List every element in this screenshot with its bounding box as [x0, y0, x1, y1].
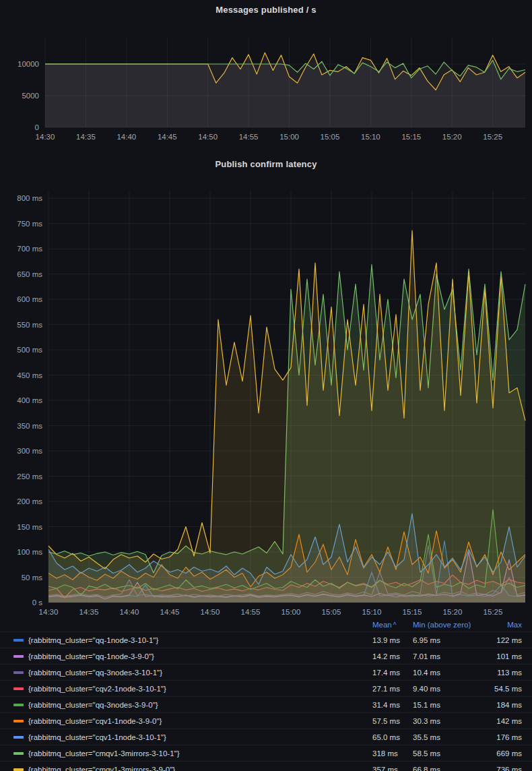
x-axis-tick-label: 14:45 — [158, 133, 177, 141]
x-axis-tick-label: 15:10 — [361, 133, 380, 141]
series-max-value: 184 ms — [480, 701, 522, 709]
y-axis-tick-label: 0 — [35, 123, 39, 131]
legend-header-max[interactable]: Max — [480, 621, 522, 629]
x-axis-tick-label: 15:10 — [362, 608, 382, 616]
legend-row[interactable]: {rabbitmq_cluster="cqv1-1node-3-9-0"} 57… — [0, 712, 532, 729]
chart-area-cmqv1-3mirrors-3-10-1 — [45, 60, 525, 127]
y-axis-tick-label: 550 ms — [17, 321, 42, 329]
legend-row[interactable]: {rabbitmq_cluster="cqv1-1node-3-10-1"} 6… — [0, 729, 532, 745]
series-label[interactable]: {rabbitmq_cluster="qq-1node-3-10-1"} — [28, 636, 372, 644]
series-max-value: 176 ms — [480, 733, 522, 741]
series-min-value: 58.5 ms — [413, 749, 480, 758]
series-label[interactable]: {rabbitmq_cluster="cqv1-1node-3-9-0"} — [28, 717, 372, 725]
y-axis-tick-label: 0 s — [32, 598, 43, 607]
legend-table: Mean^ Min (above zero) Max {rabbitmq_clu… — [0, 617, 532, 771]
x-axis-tick-label: 14:50 — [201, 608, 220, 616]
y-axis-tick-label: 150 ms — [17, 523, 42, 531]
y-axis-tick-label: 650 ms — [17, 270, 42, 278]
x-axis-tick-label: 14:40 — [117, 133, 136, 141]
legend-header-row: Mean^ Min (above zero) Max — [0, 617, 532, 631]
y-axis-tick-label: 600 ms — [17, 295, 42, 303]
x-axis-tick-label: 15:00 — [279, 133, 299, 141]
y-axis-tick-label: 5000 — [22, 92, 39, 100]
legend-row[interactable]: {rabbitmq_cluster="qq-3nodes-3-10-1"} 17… — [0, 664, 532, 680]
series-mean-value: 13.9 ms — [372, 636, 413, 644]
x-axis-tick-label: 15:20 — [443, 608, 463, 616]
x-axis-tick-label: 15:00 — [281, 608, 301, 616]
series-mean-value: 318 ms — [372, 749, 413, 758]
series-label[interactable]: {rabbitmq_cluster="cqv1-1node-3-10-1"} — [28, 733, 372, 741]
x-axis-tick-label: 14:35 — [76, 133, 96, 141]
series-color-swatch[interactable] — [13, 671, 24, 674]
series-max-value: 669 ms — [480, 749, 522, 758]
series-max-value: 113 ms — [480, 669, 522, 677]
legend-header-mean[interactable]: Mean^ — [372, 621, 413, 629]
x-axis-tick-label: 14:55 — [241, 608, 261, 616]
panel-title-latency: Publish confirm latency — [0, 159, 532, 169]
x-axis-tick-label: 15:25 — [483, 133, 502, 141]
series-min-value: 66.8 ms — [413, 766, 480, 771]
sort-asc-icon: ^ — [393, 621, 397, 629]
series-color-swatch[interactable] — [13, 687, 24, 690]
series-min-value: 15.1 ms — [413, 701, 480, 709]
legend-row[interactable]: {rabbitmq_cluster="cmqv1-3mirrors-3-9-0"… — [0, 761, 532, 771]
x-axis-tick-label: 14:55 — [239, 133, 259, 141]
series-color-swatch[interactable] — [13, 768, 24, 771]
y-axis-tick-label: 350 ms — [17, 422, 42, 430]
y-axis-tick-label: 800 ms — [17, 194, 42, 202]
series-color-swatch[interactable] — [13, 704, 24, 706]
x-axis-tick-label: 14:45 — [160, 608, 180, 616]
series-mean-value: 17.4 ms — [372, 669, 413, 677]
series-mean-value: 31.4 ms — [372, 701, 413, 709]
series-color-swatch[interactable] — [13, 639, 24, 642]
legend-row[interactable]: {rabbitmq_cluster="qq-1node-3-9-0"} 14.2… — [0, 648, 532, 664]
legend-header-min[interactable]: Min (above zero) — [413, 621, 480, 629]
x-axis-tick-label: 15:05 — [322, 608, 341, 616]
series-min-value: 7.01 ms — [413, 652, 480, 660]
series-max-value: 101 ms — [480, 652, 522, 660]
series-min-value: 9.40 ms — [413, 685, 480, 693]
x-axis-tick-label: 14:30 — [36, 133, 55, 141]
series-label[interactable]: {rabbitmq_cluster="cmqv1-3mirrors-3-10-1… — [28, 749, 372, 758]
series-color-swatch[interactable] — [13, 655, 24, 658]
series-label[interactable]: {rabbitmq_cluster="qq-3nodes-3-9-0"} — [28, 701, 372, 709]
y-axis-tick-label: 450 ms — [17, 371, 42, 379]
legend-row[interactable]: {rabbitmq_cluster="cmqv1-3mirrors-3-10-1… — [0, 745, 532, 761]
series-color-swatch[interactable] — [13, 736, 24, 739]
series-mean-value: 57.5 ms — [372, 717, 413, 725]
series-color-swatch[interactable] — [13, 720, 24, 722]
legend-row[interactable]: {rabbitmq_cluster="cqv2-1node-3-10-1"} 2… — [0, 680, 532, 696]
legend-row[interactable]: {rabbitmq_cluster="qq-1node-3-10-1"} 13.… — [0, 631, 532, 648]
x-axis-tick-label: 14:35 — [79, 608, 99, 616]
series-min-value: 35.5 ms — [413, 733, 480, 741]
grafana-dashboard: { "theme": { "background": "#111217", "t… — [0, 0, 532, 771]
y-axis-tick-label: 100 ms — [17, 548, 42, 556]
series-label[interactable]: {rabbitmq_cluster="cmqv1-3mirrors-3-9-0"… — [28, 766, 372, 771]
series-mean-value: 14.2 ms — [372, 652, 413, 660]
series-color-swatch[interactable] — [13, 752, 24, 755]
series-label[interactable]: {rabbitmq_cluster="qq-3nodes-3-10-1"} — [28, 669, 372, 677]
publish-confirm-latency-chart[interactable]: 0 s50 ms100 ms150 ms200 ms250 ms300 ms35… — [0, 175, 532, 621]
y-axis-tick-label: 200 ms — [17, 497, 42, 505]
messages-published-chart[interactable]: 050001000014:3014:3514:4014:4514:5014:55… — [0, 0, 532, 145]
y-axis-tick-label: 750 ms — [17, 220, 42, 228]
legend-header-mean-label: Mean — [372, 621, 392, 629]
x-axis-tick-label: 15:25 — [484, 608, 503, 616]
y-axis-tick-label: 500 ms — [17, 346, 42, 354]
x-axis-tick-label: 15:05 — [321, 133, 340, 141]
y-axis-tick-label: 50 ms — [22, 574, 43, 582]
series-max-value: 122 ms — [480, 636, 522, 644]
x-axis-tick-label: 14:40 — [120, 608, 139, 616]
legend-row[interactable]: {rabbitmq_cluster="qq-3nodes-3-9-0"} 31.… — [0, 696, 532, 712]
x-axis-tick-label: 15:15 — [403, 608, 422, 616]
x-axis-tick-label: 15:15 — [401, 133, 421, 141]
y-axis-tick-label: 250 ms — [17, 472, 42, 481]
series-mean-value: 27.1 ms — [372, 685, 413, 693]
x-axis-tick-label: 15:20 — [442, 133, 462, 141]
series-min-value: 30.3 ms — [413, 717, 480, 725]
series-mean-value: 65.0 ms — [372, 733, 413, 741]
series-label[interactable]: {rabbitmq_cluster="cqv2-1node-3-10-1"} — [28, 685, 372, 693]
chart-area-cmqv1-3mirrors-3-9-0 — [48, 230, 525, 603]
series-label[interactable]: {rabbitmq_cluster="qq-1node-3-9-0"} — [28, 652, 372, 660]
x-axis-tick-label: 14:30 — [39, 608, 59, 616]
